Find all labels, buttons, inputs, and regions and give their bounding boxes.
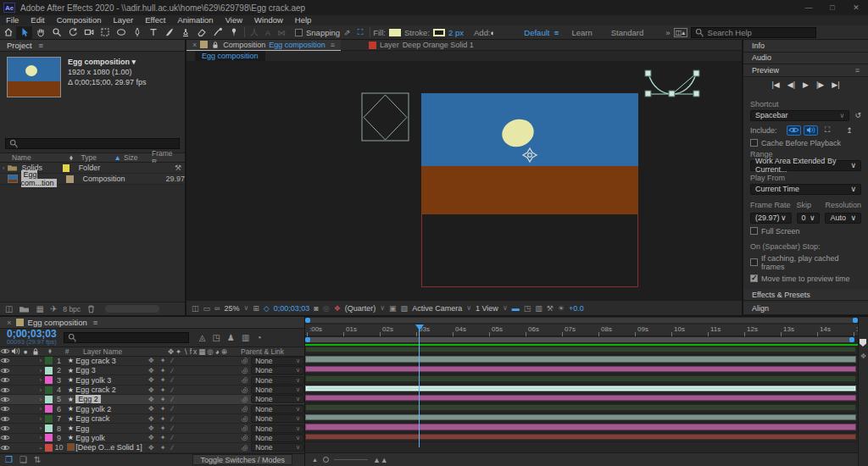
parent-link-dropdown[interactable]: None∨ — [251, 357, 304, 365]
label-color-swatch[interactable] — [45, 424, 53, 432]
layer-visibility-eye-icon[interactable] — [0, 424, 10, 432]
pick-whip-icon[interactable] — [241, 434, 248, 441]
comp-panel-menu-icon[interactable]: ≡ — [331, 41, 335, 49]
label-color-swatch[interactable] — [45, 367, 53, 374]
menu-animation[interactable]: Animation — [171, 15, 219, 25]
comp-marker-bin[interactable] — [860, 339, 866, 347]
project-row[interactable]: Egg com...tionComposition29.97 — [0, 174, 185, 185]
col-type[interactable]: Type — [81, 153, 114, 162]
menu-file[interactable]: File — [0, 15, 25, 25]
layer-visibility-eye-icon[interactable] — [0, 415, 10, 423]
toggle-switches-modes-button[interactable]: Toggle Switches / Modes — [192, 454, 292, 465]
rotate-tool[interactable] — [64, 26, 81, 39]
pick-whip-icon[interactable] — [241, 357, 248, 364]
export-icon[interactable]: ↥ — [843, 125, 857, 136]
move-time-checkbox[interactable]: Move time to preview time — [750, 275, 861, 283]
quality-switch-icon[interactable]: ✦ — [160, 386, 166, 394]
tab-layer[interactable]: Layer Deep Orange Solid 1 — [363, 40, 480, 51]
workspace-learn[interactable]: Learn — [571, 28, 592, 37]
help-search[interactable]: Search Help — [691, 27, 816, 38]
layer-name[interactable]: Egg crack — [75, 414, 145, 423]
layer-bar-10[interactable] — [305, 433, 858, 442]
prev-frame-button[interactable]: ◀| — [787, 80, 795, 89]
frame-rate-dropdown[interactable]: (29.97)∨ — [750, 213, 792, 224]
parent-link-dropdown[interactable]: None∨ — [251, 434, 304, 442]
primary-viewer-icon[interactable]: ▭ — [203, 304, 211, 313]
mask-switch-icon[interactable]: ∕ — [171, 376, 172, 384]
magnification-dropdown[interactable]: 25%∨ — [224, 304, 248, 313]
layer-bar-4[interactable] — [305, 374, 858, 384]
collapse-switch-icon[interactable]: ✥ — [148, 367, 154, 374]
layer-name[interactable]: Egg yolk — [75, 434, 145, 442]
mask-switch-icon[interactable]: ∕ — [171, 386, 172, 394]
project-panel-menu-icon[interactable]: ≡ — [39, 41, 44, 50]
layer-row-6[interactable]: ›6★Egg yolk 2✥✦∕None∨ — [0, 405, 304, 414]
layer-visibility-eye-icon[interactable] — [0, 386, 10, 394]
workspace-default[interactable]: Default — [524, 28, 549, 37]
full-screen-checkbox[interactable]: Full Screen — [750, 227, 861, 236]
add-icon[interactable]: ◐ — [491, 28, 496, 37]
menu-layer[interactable]: Layer — [108, 15, 140, 25]
motion-blur-icon[interactable]: ◔ — [256, 333, 261, 342]
parent-link-dropdown[interactable]: None∨ — [251, 443, 304, 452]
expand-chevron-icon[interactable]: › — [36, 368, 45, 374]
workspace-menu-icon[interactable]: ≡ — [549, 28, 563, 37]
anchor-point-icon[interactable] — [521, 147, 538, 164]
expand-layer-switches-icon[interactable]: ❐ — [5, 455, 13, 464]
skip-dropdown[interactable]: 0∨ — [797, 213, 821, 224]
collapse-switch-icon[interactable]: ✥ — [148, 424, 154, 432]
layer-row-5[interactable]: ›5★Egg 2✥✦∕None∨ — [0, 395, 304, 404]
pick-whip-icon[interactable] — [241, 367, 248, 374]
collapse-switch-icon[interactable]: ✥ — [148, 434, 154, 441]
pick-whip-icon[interactable] — [241, 424, 248, 432]
snapping-checkbox[interactable] — [295, 29, 303, 36]
include-overlays-icon[interactable]: ⛶ — [821, 125, 835, 136]
timeline-menu-icon[interactable]: ≡ — [93, 318, 98, 327]
project-column-header[interactable]: Name ⬧ Type ▲ Size Frame R... — [0, 153, 185, 163]
col-name[interactable]: Name — [0, 153, 70, 162]
quality-switch-icon[interactable]: ✦ — [160, 415, 166, 423]
layer-name[interactable]: Egg 3 — [75, 366, 145, 374]
mask-switch-icon[interactable]: ∕ — [171, 444, 172, 452]
tab-composition[interactable]: × Composition Egg composition ≡ — [186, 40, 341, 51]
show-channel-icon[interactable]: ❖ — [334, 304, 341, 313]
stroke-swatch[interactable] — [433, 29, 445, 36]
timeline-column-header[interactable]: ● ⬧ # Layer Name ✥✦∖fx▦◎◕⊕ Parent & Link — [0, 347, 304, 357]
trash-icon[interactable] — [86, 304, 96, 313]
timeline-tab-close-icon[interactable]: × — [7, 318, 12, 327]
quality-switch-icon[interactable]: ✦ — [160, 367, 166, 374]
expand-chevron-icon[interactable]: › — [36, 406, 45, 412]
layer-row-1[interactable]: ›1★Egg crack 3✥✦∕None∨ — [0, 357, 304, 366]
pick-whip-icon[interactable] — [241, 405, 248, 413]
layer-row-7[interactable]: ›7★Egg crack✥✦∕None∨ — [0, 414, 304, 424]
project-search[interactable] — [5, 138, 180, 149]
if-caching-checkbox[interactable]: If caching, play cached frames — [750, 254, 861, 271]
parent-link-dropdown[interactable]: None∨ — [251, 414, 304, 423]
new-folder-icon[interactable] — [19, 305, 30, 313]
home-tool[interactable] — [0, 26, 16, 39]
layer-row-3[interactable]: ›3★Egg yolk 3✥✦∕None∨ — [0, 375, 304, 385]
layer-bar-7[interactable] — [305, 403, 858, 413]
pixel-aspect-icon[interactable]: ▬ — [512, 304, 520, 313]
draft-3d-icon[interactable]: ◳ — [213, 333, 220, 342]
timeline-zoom-knob[interactable] — [323, 457, 329, 463]
first-frame-button[interactable]: |◀ — [772, 80, 780, 89]
playhead[interactable] — [419, 325, 420, 447]
parent-link-dropdown[interactable]: None∨ — [251, 376, 304, 385]
time-ruler[interactable]: :00s01s02s03s04s05s06s07s08s09s10s11s12s… — [305, 325, 858, 336]
shape-tool[interactable] — [113, 26, 129, 39]
snapshot-camera-icon[interactable]: ◙ — [314, 304, 318, 313]
preview-panel-header[interactable]: Preview≡ — [743, 64, 868, 77]
mask-switch-icon[interactable]: ∕ — [171, 396, 172, 403]
comp-current-time[interactable]: 0;00;03;03 — [274, 304, 310, 313]
expand-chevron-icon[interactable]: › — [36, 435, 45, 441]
audio-panel-header[interactable]: Audio — [743, 53, 868, 65]
exposure-value[interactable]: +0.0 — [569, 304, 584, 313]
project-comp-name[interactable]: Egg composition ▾ — [68, 57, 147, 67]
zoom-arrows-icon[interactable]: ⇗ — [340, 28, 353, 37]
menu-help[interactable]: Help — [289, 15, 318, 25]
camera-tool[interactable] — [81, 26, 97, 39]
pen-tool[interactable] — [129, 26, 145, 39]
fast-previews-icon[interactable]: ◳ — [524, 304, 531, 313]
layer-name[interactable]: Egg yolk 3 — [75, 376, 145, 385]
